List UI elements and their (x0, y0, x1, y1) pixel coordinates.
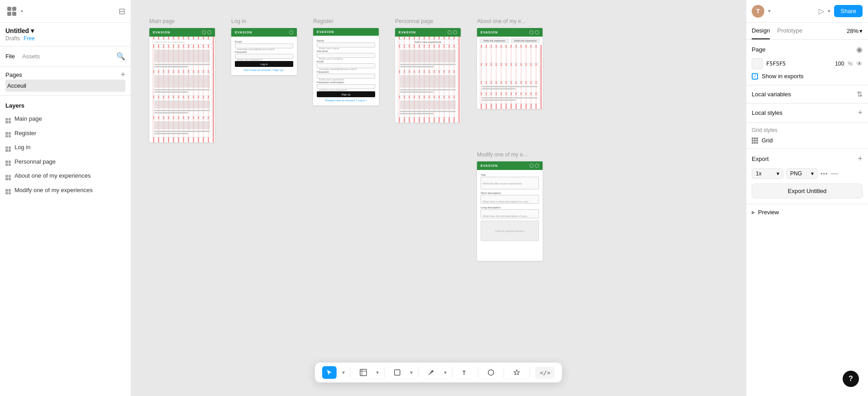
assets-tab[interactable]: Assets (22, 53, 40, 60)
export-scale-selector[interactable]: 1x ▾ (752, 168, 783, 179)
mockup-modify-experience[interactable]: EVASION Title Write the title of your ex… (477, 161, 543, 261)
frame-register: Register EVASION Name Enter your name Su… (313, 18, 379, 142)
layer-frame-icon-5 (5, 171, 11, 180)
avatar-chevron-icon[interactable]: ▾ (768, 8, 771, 14)
mockup-main-page[interactable]: EVASION Search for an experience (149, 28, 215, 142)
figma-icon (5, 5, 18, 18)
layout-toggle-button[interactable]: ⊟ (119, 6, 125, 16)
frame-main-page: Main page EVASION Search for an experien… (149, 18, 215, 142)
project-title[interactable]: Untitled ▾ (5, 27, 125, 34)
page-visibility-icon[interactable]: 👁 (856, 60, 863, 67)
layer-frame-icon-2 (5, 129, 11, 138)
pen-tool-button[interactable] (424, 366, 439, 379)
layer-item-login[interactable]: Log in (0, 140, 131, 155)
file-tab[interactable]: File (5, 53, 15, 60)
about-header-icon1 (529, 30, 534, 34)
code-tool-button[interactable]: </> (535, 367, 555, 379)
local-variables-icon[interactable]: ⇅ (857, 90, 863, 99)
export-button[interactable]: Export Untitled (752, 184, 863, 198)
frame-personal-page: Personnal page EVASION Add a new experie… (395, 18, 461, 142)
user-avatar[interactable]: T (752, 5, 764, 18)
page-color-swatch[interactable] (752, 58, 763, 69)
plugins-tool-button[interactable] (510, 366, 524, 379)
mockup-search-bar: Search for an experience (152, 39, 212, 45)
personal-header-icon2 (453, 30, 457, 34)
project-free-label: Free (24, 35, 35, 42)
layer-frame-icon-6 (5, 186, 11, 195)
frame-chevron-icon[interactable]: ▾ (376, 369, 379, 376)
toolbar-divider-7 (529, 367, 530, 378)
page-color-value[interactable]: F5F5F5 (766, 61, 831, 67)
grid-style-item[interactable]: Grid (752, 137, 863, 144)
page-section-title: Page (752, 46, 765, 53)
play-button[interactable]: ▷ (819, 7, 824, 15)
add-local-style-button[interactable]: + (858, 108, 863, 118)
login-header-icon (289, 30, 293, 34)
figma-logo[interactable]: ▾ (5, 5, 23, 18)
preview-toggle[interactable]: ▶ Preview (752, 209, 863, 216)
personal-header-icon1 (448, 30, 452, 34)
select-chevron-icon[interactable]: ▾ (342, 369, 345, 376)
share-button[interactable]: Share (834, 5, 863, 17)
page-item-acceuil[interactable]: Acceuil (5, 80, 125, 92)
frame-label-login: Log in (231, 18, 246, 24)
header-icon-user (207, 30, 211, 34)
header-icon-settings (202, 30, 206, 34)
checkbox-check-icon: ✓ (753, 74, 757, 79)
pen-chevron-icon[interactable]: ▾ (444, 369, 447, 376)
grid-style-icon (752, 137, 758, 144)
preview-arrow-icon: ▶ (752, 210, 755, 215)
layer-item-modify-experiences[interactable]: Modify one of my experiences (0, 183, 131, 198)
mockup-about-experience[interactable]: EVASION Notify this experience Delete th… (477, 28, 543, 109)
mockup-login[interactable]: EVASION Email example.name@domain-mail.f… (231, 28, 297, 75)
page-opacity-value[interactable]: 100 (835, 61, 844, 67)
prototype-tab[interactable]: Prototype (777, 23, 802, 39)
mockup-personal-page[interactable]: EVASION Add a new experience (395, 28, 461, 123)
frame-label-about-experience: About one of my e... (477, 18, 525, 24)
add-page-button[interactable]: + (120, 70, 125, 80)
frame-tool-button[interactable] (356, 366, 371, 379)
frame-modify-experience: Modify one of my e... EVASION Title Writ… (477, 151, 543, 261)
toolbar-divider-5 (478, 367, 478, 378)
layer-item-main-page[interactable]: Main page (0, 112, 131, 126)
layer-frame-icon-4 (5, 157, 11, 166)
grid-styles-section-title: Grid styles (752, 127, 863, 133)
rect-chevron-icon[interactable]: ▾ (410, 369, 413, 376)
frame-label-main-page: Main page (149, 18, 175, 24)
project-title-chevron: ▾ (31, 27, 34, 34)
svg-point-6 (488, 370, 494, 375)
modify-header-icon1 (529, 164, 534, 168)
local-variables-label: Local variables (752, 91, 791, 98)
search-button[interactable]: 🔍 (116, 52, 125, 61)
layer-item-personal-page[interactable]: Personnal page (0, 155, 131, 169)
toolbar-divider-1 (350, 367, 351, 378)
select-tool-button[interactable] (322, 366, 337, 379)
page-view-icon[interactable]: ◉ (856, 45, 863, 54)
layer-frame-icon (5, 114, 11, 123)
zoom-chevron-icon: ▾ (859, 28, 863, 34)
add-export-button[interactable]: + (858, 154, 863, 164)
export-remove-button[interactable]: — (831, 170, 838, 178)
play-chevron-icon[interactable]: ▾ (828, 8, 830, 14)
rect-tool-button[interactable] (390, 366, 405, 379)
design-tab[interactable]: Design (752, 23, 770, 39)
mockup-register[interactable]: EVASION Name Enter your name Surname Ent… (313, 28, 379, 105)
about-header-icon2 (535, 30, 539, 34)
ellipse-tool-button[interactable] (484, 366, 498, 379)
help-button[interactable]: ? (843, 371, 859, 387)
toolbar-divider-3 (418, 367, 419, 378)
frame-label-modify-experience: Modify one of my e... (477, 151, 527, 158)
frame-label-personal-page: Personnal page (395, 18, 433, 24)
layer-item-register[interactable]: Register (0, 126, 131, 141)
frame-login: Log in EVASION Email example.name@domain… (231, 18, 297, 142)
zoom-control[interactable]: 28% ▾ (847, 28, 863, 34)
frame-about-experience: About one of my e... EVASION Notify this… (477, 18, 543, 142)
export-more-options-button[interactable]: ••• (820, 170, 828, 177)
export-format-selector[interactable]: PNG ▾ (786, 168, 818, 179)
layer-item-about-experiences[interactable]: About one of my experiences (0, 169, 131, 183)
toolbar-divider-4 (452, 367, 453, 378)
layers-section-title: Layers (0, 99, 131, 112)
show-in-exports-checkbox[interactable]: ✓ (752, 73, 758, 80)
text-tool-button[interactable]: T (458, 366, 472, 379)
format-chevron-icon: ▾ (811, 170, 814, 177)
